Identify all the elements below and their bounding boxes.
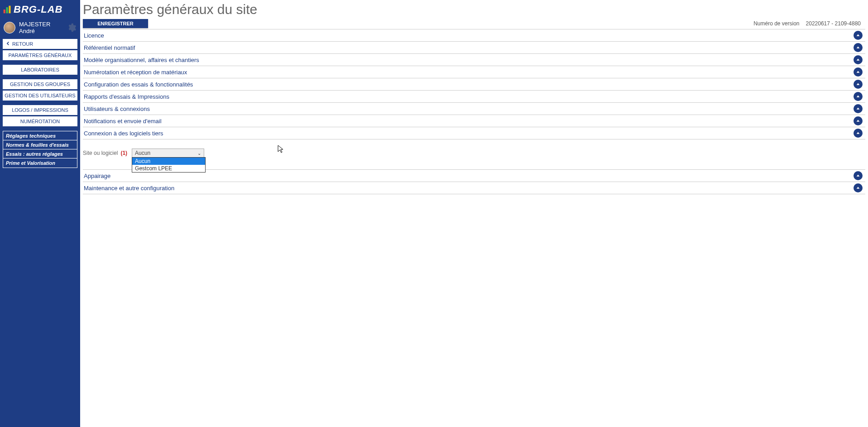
gear-icon[interactable]: [67, 23, 77, 33]
field-label: Site ou logiciel: [83, 150, 118, 156]
select-display[interactable]: Aucun⌄: [132, 149, 204, 158]
section-header[interactable]: Notifications et envoie d'email: [83, 115, 865, 127]
dropdown-option[interactable]: Gestcom LPEE: [132, 165, 205, 172]
section-title: Référentiel normatif: [84, 44, 854, 51]
section-header[interactable]: Modèle organisationnel, affaires et chan…: [83, 53, 865, 66]
section-title: Connexion à des logiciels tiers: [84, 130, 854, 137]
section-title: Maintenance et autre configuration: [84, 185, 854, 192]
section-title: Modèle organisationnel, affaires et chan…: [84, 57, 854, 63]
collapse-toggle-icon[interactable]: [854, 55, 863, 64]
collapse-toggle-icon[interactable]: [854, 80, 863, 89]
section-title: Appairage: [84, 173, 854, 179]
collapse-toggle-icon[interactable]: [854, 116, 863, 125]
section-header[interactable]: Connexion à des logiciels tiers: [83, 127, 865, 139]
chevron-left-icon: [6, 41, 10, 47]
page-title: Paramètres généraux du site: [83, 0, 865, 17]
nav-block: RETOUR PARAMÈTRES GÉNÉRAUX LABORATOIRES …: [0, 39, 80, 173]
sidebar-sub-section: Réglages techniques Normes & feuilles d'…: [3, 131, 77, 168]
app-logo-text: BRG-LAB: [14, 4, 62, 15]
section-header[interactable]: Utilisateurs & connexions: [83, 102, 865, 115]
section-header[interactable]: Référentiel normatif: [83, 41, 865, 53]
select-site-ou-logiciel[interactable]: Aucun⌄AucunGestcom LPEE: [132, 149, 204, 158]
sidebar-item-prime-valorisation[interactable]: Prime et Valorisation: [3, 158, 77, 168]
sidebar-item-numerotation[interactable]: NUMÉROTATION: [3, 116, 77, 126]
collapse-toggle-icon[interactable]: [854, 183, 863, 192]
main: Paramètres généraux du site ENREGISTRER …: [80, 0, 868, 427]
section-title: Numérotation et réception de matériaux: [84, 69, 854, 76]
dropdown-option[interactable]: Aucun: [132, 158, 205, 165]
section-title: Utilisateurs & connexions: [84, 106, 854, 112]
section-header[interactable]: Licence: [83, 29, 865, 41]
field-row-site-ou-logiciel: Site ou logiciel(1)Aucun⌄AucunGestcom LP…: [83, 149, 865, 158]
field-marker: (1): [120, 150, 127, 156]
collapse-toggle-icon[interactable]: [854, 31, 863, 40]
avatar[interactable]: [4, 22, 15, 34]
section-header[interactable]: Numérotation et réception de matériaux: [83, 66, 865, 78]
collapse-toggle-icon[interactable]: [854, 92, 863, 101]
chevron-down-icon: ⌄: [197, 151, 201, 156]
collapse-toggle-icon[interactable]: [854, 171, 863, 180]
sidebar-item-gestion-utilisateurs[interactable]: GESTION DES UTILISATEURS: [3, 91, 77, 101]
sidebar-item-essais-autres[interactable]: Essais : autres réglages: [3, 149, 77, 158]
version-label: Numéro de version: [753, 20, 799, 27]
section-title: Notifications et envoie d'email: [84, 118, 854, 125]
sidebar-item-normes-feuilles[interactable]: Normes & feuilles d'essais: [3, 140, 77, 149]
section-header[interactable]: Maintenance et autre configuration: [83, 182, 865, 194]
back-button[interactable]: RETOUR: [3, 39, 77, 49]
top-row: ENREGISTRER Numéro de version 20220617 -…: [83, 17, 865, 29]
select-dropdown: AucunGestcom LPEE: [132, 157, 206, 173]
version-value: 20220617 - 2109-4880: [806, 20, 861, 27]
svg-rect-2: [9, 6, 10, 14]
section-body-third-party: Site ou logiciel(1)Aucun⌄AucunGestcom LP…: [83, 139, 865, 169]
collapse-toggle-icon[interactable]: [854, 104, 863, 113]
sidebar-item-gestion-groupes[interactable]: GESTION DES GROUPES: [3, 79, 77, 89]
section-header[interactable]: Configuration des essais & fonctionnalit…: [83, 78, 865, 90]
section-header[interactable]: Rapports d'essais & Impressions: [83, 90, 865, 102]
svg-rect-0: [4, 10, 5, 13]
save-button[interactable]: ENREGISTRER: [83, 19, 148, 28]
collapse-toggle-icon[interactable]: [854, 43, 863, 52]
section-title: Licence: [84, 32, 854, 39]
app-logo-icon: [3, 5, 12, 14]
sidebar-item-parametres-generaux[interactable]: PARAMÈTRES GÉNÉRAUX: [3, 50, 77, 60]
sidebar-item-laboratoires[interactable]: LABORATOIRES: [3, 65, 77, 75]
collapse-toggle-icon[interactable]: [854, 67, 863, 77]
logo-block: BRG-LAB: [0, 0, 80, 18]
user-name: MAJESTER André: [19, 21, 67, 34]
collapse-toggle-icon[interactable]: [854, 129, 863, 138]
back-label: RETOUR: [12, 41, 33, 47]
section-title: Rapports d'essais & Impressions: [84, 93, 854, 100]
select-value: Aucun: [135, 150, 150, 156]
sidebar-item-reglages-techniques[interactable]: Réglages techniques: [3, 131, 77, 140]
svg-rect-1: [6, 7, 8, 13]
sidebar: BRG-LAB MAJESTER André RETOUR PARAMÈTRES…: [0, 0, 80, 427]
sections-container: LicenceRéférentiel normatifModèle organi…: [83, 29, 865, 427]
user-row: MAJESTER André: [0, 18, 80, 39]
section-title: Configuration des essais & fonctionnalit…: [84, 81, 854, 88]
sidebar-item-logos-impressions[interactable]: LOGOS / IMPRESSIONS: [3, 105, 77, 115]
